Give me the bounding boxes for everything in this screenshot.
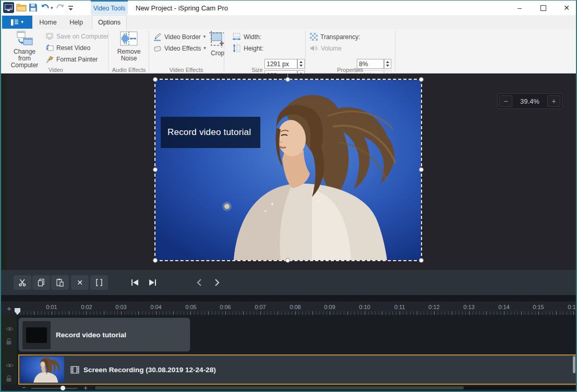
maximize-button[interactable]	[535, 2, 551, 14]
zoom-out-button[interactable]: −	[499, 95, 512, 107]
timeline-clip-title[interactable]: Record video tutorial	[18, 317, 190, 352]
track1-lock-icon[interactable]	[6, 338, 12, 345]
delete-button[interactable]: ✕	[71, 275, 89, 290]
zoom-in-button[interactable]: +	[547, 95, 560, 107]
paste-button[interactable]	[51, 275, 69, 290]
height-icon	[232, 44, 241, 53]
timeline-zoom-in-button[interactable]: +	[83, 384, 88, 392]
resize-handle-s[interactable]	[285, 258, 290, 263]
timeline-ruler[interactable]: 0:01 0:02 0:03 0:04 0:05 0:06 0:07 0:08 …	[1, 301, 576, 315]
video-group-label: Video	[22, 67, 90, 73]
ruler-tick: 0:05	[185, 304, 196, 310]
ruler-tick: 0:07	[255, 304, 266, 310]
change-from-computer-button[interactable]: Change from Computer	[7, 30, 42, 69]
spin-down-icon[interactable]	[299, 65, 303, 67]
spin-down-icon[interactable]	[386, 65, 389, 67]
transparency-row: Transparency:	[310, 32, 360, 41]
customize-toolbar-icon[interactable]	[68, 4, 74, 14]
timeline-zoom-out-button[interactable]: −	[22, 384, 26, 391]
track2-visibility-eye-icon[interactable]	[6, 363, 14, 368]
video-frame-image	[155, 80, 421, 260]
ruler-tick: 0:06	[220, 304, 231, 310]
add-track-button[interactable]: +	[5, 304, 14, 313]
timeline-horizontal-scrollbar[interactable]	[94, 386, 577, 389]
volume-label: Volume	[321, 45, 342, 52]
resize-handle-nw[interactable]	[153, 77, 158, 82]
ruler-tick: 0:08	[290, 304, 300, 310]
title-overlay-clip[interactable]: Record video tutorial	[161, 117, 260, 148]
resize-handle-n[interactable]	[285, 77, 290, 82]
video-clip-icon	[70, 366, 79, 374]
tab-options[interactable]: Options	[92, 15, 127, 29]
resize-handle-sw[interactable]	[153, 258, 158, 263]
recording-clip-label: Screen Recording (30.08.2019 12-24-28)	[83, 366, 216, 374]
previous-frame-button[interactable]	[126, 275, 143, 290]
video-border-button[interactable]: Video Border ▾	[153, 32, 206, 41]
save-icon[interactable]	[29, 3, 38, 14]
resize-handle-e[interactable]	[419, 167, 424, 172]
resize-handle-w[interactable]	[153, 167, 158, 172]
timeline-horizontal-scrollbar-thumb[interactable]	[95, 386, 464, 389]
video-effects-icon	[153, 44, 162, 53]
timeline-zoom-slider-thumb[interactable]	[61, 386, 65, 390]
timeline-zoom-slider[interactable]	[31, 388, 77, 389]
timeline-vertical-scrollbar[interactable]	[573, 356, 575, 373]
format-painter-icon	[46, 56, 54, 63]
close-button[interactable]: ✕	[558, 2, 575, 14]
change-from-computer-label-1: Change from	[7, 48, 42, 62]
spin-up-icon[interactable]	[299, 61, 303, 63]
paste-icon	[56, 278, 64, 287]
resize-handle-ne[interactable]	[419, 77, 424, 82]
resize-handle-se[interactable]	[419, 258, 424, 263]
timeline-clip-screen-recording[interactable]: Screen Recording (30.08.2019 12-24-28)	[18, 354, 577, 385]
redo-icon	[56, 3, 65, 13]
next-frame-button[interactable]	[144, 275, 161, 290]
video-preview[interactable]: Record video tutorial	[155, 80, 421, 260]
split-button[interactable]	[90, 275, 108, 290]
reset-video-label: Reset Video	[56, 44, 90, 52]
group-separator	[149, 31, 149, 71]
remove-noise-label-2: Noise	[121, 55, 137, 62]
delete-icon: ✕	[77, 278, 83, 287]
change-from-computer-icon	[16, 30, 33, 47]
video-effects-button[interactable]: Video Effects ▾	[153, 44, 206, 53]
tab-help[interactable]: Help	[64, 15, 89, 29]
track1-visibility-eye-icon[interactable]	[6, 326, 14, 332]
step-back-button[interactable]	[191, 275, 208, 290]
remove-noise-button[interactable]: Remove Noise	[113, 30, 145, 62]
editor-canvas: Record video tutorial − 39.4% +	[1, 74, 576, 270]
reset-video-button[interactable]: Reset Video	[46, 43, 90, 52]
zoom-level-value: 39.4%	[520, 97, 539, 105]
width-spinner[interactable]	[297, 59, 305, 69]
transparency-spinner[interactable]	[384, 59, 391, 69]
undo-icon[interactable]	[41, 3, 50, 13]
app-icon[interactable]	[3, 2, 14, 13]
crop-button[interactable]: Crop	[207, 30, 228, 57]
open-project-icon[interactable]	[16, 3, 27, 14]
timeline-top-strip	[1, 295, 576, 301]
tab-home[interactable]: Home	[35, 15, 61, 29]
remove-noise-icon	[119, 30, 138, 47]
title-clip-thumbnail	[22, 321, 51, 349]
format-painter-button[interactable]: Format Painter	[46, 55, 98, 64]
ruler-tick: 0:11	[394, 304, 405, 310]
recording-clip-thumbnail	[20, 357, 64, 383]
timeline-tracks: Record video tutorial Screen Recording (…	[1, 315, 576, 385]
format-painter-label: Format Painter	[56, 56, 98, 63]
step-forward-button[interactable]	[209, 275, 225, 290]
reset-video-icon	[46, 44, 54, 52]
maximize-icon	[540, 5, 546, 11]
minimize-button[interactable]: –	[511, 2, 528, 14]
height-label: Height:	[244, 45, 263, 52]
undo-dropdown-icon[interactable]: ▾	[51, 6, 53, 10]
spin-up-icon[interactable]	[386, 61, 389, 63]
file-menu-icon	[11, 19, 18, 26]
copy-button[interactable]	[32, 275, 50, 290]
video-tools-contextual-tab[interactable]: Video Tools	[91, 1, 128, 15]
file-menu-button[interactable]: ▾	[2, 16, 32, 29]
playback-toolbar: ✕ 0:00.0 / 0:21.0	[1, 270, 576, 295]
track2-lock-icon[interactable]	[6, 375, 12, 382]
chevron-left-icon	[196, 278, 202, 287]
save-on-computer-label: Save on Computer	[56, 33, 109, 40]
cut-button[interactable]	[14, 275, 31, 290]
